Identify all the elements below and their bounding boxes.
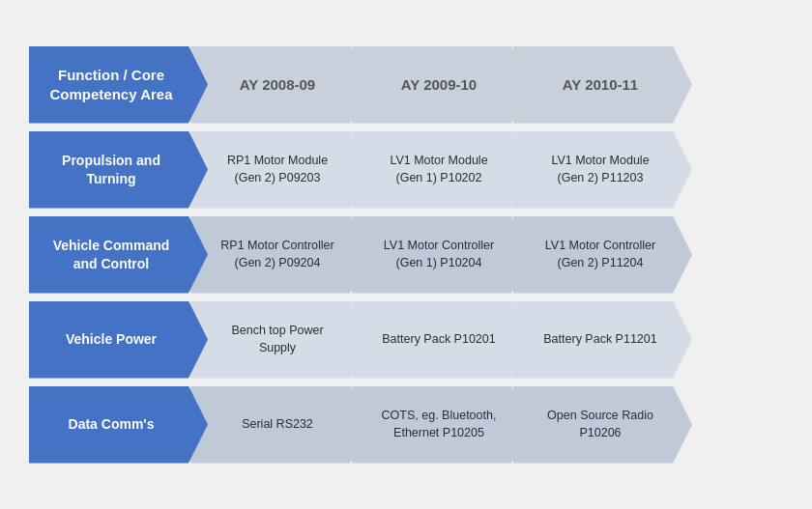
col3-data-comms: Open Source Radio P10206 [513, 386, 692, 464]
col3-vehicle-command: LV1 Motor Controller (Gen 2) P11204 [513, 216, 692, 294]
label-propulsion: Propulsion and Turning [29, 131, 208, 209]
label-vehicle-command: Vehicle Command and Control [29, 216, 208, 294]
row-header: Function / Core Competency AreaAY 2008-0… [29, 46, 783, 124]
col1-propulsion: RP1 Motor Module (Gen 2) P09203 [190, 131, 369, 209]
diagram: Function / Core Competency AreaAY 2008-0… [29, 46, 783, 464]
col3-propulsion: LV1 Motor Module (Gen 2) P11203 [513, 131, 692, 209]
col2-propulsion: LV1 Motor Module (Gen 1) P10202 [352, 131, 531, 209]
label-vehicle-power: Vehicle Power [29, 301, 208, 379]
col1-vehicle-command: RP1 Motor Controller (Gen 2) P09204 [190, 216, 369, 294]
col1-data-comms: Serial RS232 [190, 386, 369, 464]
col3-header: AY 2010-11 [513, 46, 692, 124]
row-vehicle-power: Vehicle PowerBench top Power SupplyBatte… [29, 301, 783, 379]
col2-data-comms: COTS, eg. Bluetooth, Ethernet P10205 [352, 386, 531, 464]
label-data-comms: Data Comm's [29, 386, 208, 464]
label-header: Function / Core Competency Area [29, 46, 208, 124]
col2-header: AY 2009-10 [352, 46, 531, 124]
col1-vehicle-power: Bench top Power Supply [190, 301, 369, 379]
row-propulsion: Propulsion and TurningRP1 Motor Module (… [29, 131, 783, 209]
row-vehicle-command: Vehicle Command and ControlRP1 Motor Con… [29, 216, 783, 294]
col2-vehicle-command: LV1 Motor Controller (Gen 1) P10204 [352, 216, 531, 294]
col2-vehicle-power: Battery Pack P10201 [352, 301, 531, 379]
col3-vehicle-power: Battery Pack P11201 [513, 301, 692, 379]
row-data-comms: Data Comm'sSerial RS232COTS, eg. Bluetoo… [29, 386, 783, 464]
col1-header: AY 2008-09 [190, 46, 369, 124]
